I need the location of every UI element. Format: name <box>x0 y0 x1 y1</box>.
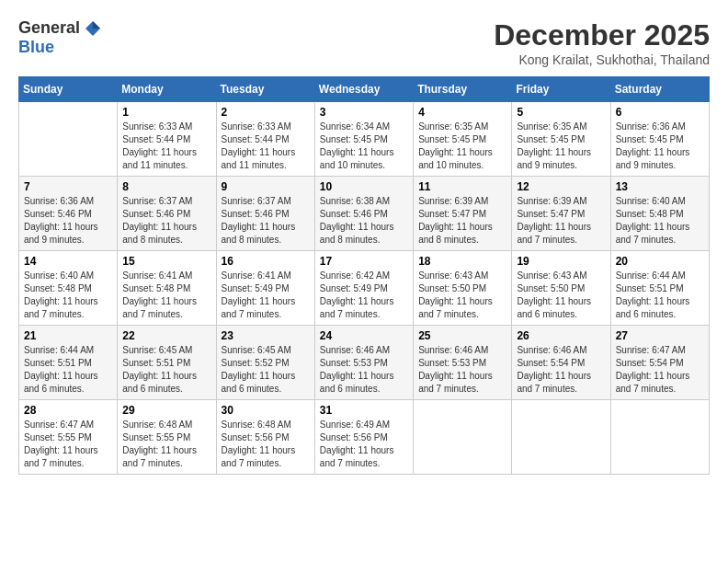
calendar-cell: 18Sunrise: 6:43 AM Sunset: 5:50 PM Dayli… <box>414 251 512 326</box>
calendar: SundayMondayTuesdayWednesdayThursdayFrid… <box>18 76 710 475</box>
day-number: 12 <box>517 180 605 193</box>
calendar-cell: 1Sunrise: 6:33 AM Sunset: 5:44 PM Daylig… <box>118 102 216 177</box>
day-info: Sunrise: 6:35 AM Sunset: 5:45 PM Dayligh… <box>418 121 506 172</box>
calendar-cell: 31Sunrise: 6:49 AM Sunset: 5:56 PM Dayli… <box>314 400 413 475</box>
calendar-cell <box>414 400 512 475</box>
calendar-week-row: 28Sunrise: 6:47 AM Sunset: 5:55 PM Dayli… <box>19 400 710 475</box>
calendar-cell: 23Sunrise: 6:45 AM Sunset: 5:52 PM Dayli… <box>216 326 314 400</box>
calendar-cell: 26Sunrise: 6:46 AM Sunset: 5:54 PM Dayli… <box>512 326 610 400</box>
day-number: 21 <box>24 329 112 342</box>
logo-blue: Blue <box>18 38 54 57</box>
day-number: 10 <box>320 180 408 193</box>
day-info: Sunrise: 6:41 AM Sunset: 5:49 PM Dayligh… <box>222 270 310 321</box>
calendar-cell: 4Sunrise: 6:35 AM Sunset: 5:45 PM Daylig… <box>414 102 512 177</box>
calendar-cell: 24Sunrise: 6:46 AM Sunset: 5:53 PM Dayli… <box>314 326 413 400</box>
calendar-cell: 15Sunrise: 6:41 AM Sunset: 5:48 PM Dayli… <box>118 251 216 326</box>
location: Kong Krailat, Sukhothai, Thailand <box>494 52 710 67</box>
calendar-header-tuesday: Tuesday <box>216 77 314 102</box>
day-number: 31 <box>320 404 408 417</box>
calendar-cell: 30Sunrise: 6:48 AM Sunset: 5:56 PM Dayli… <box>216 400 314 475</box>
calendar-cell: 12Sunrise: 6:39 AM Sunset: 5:47 PM Dayli… <box>512 177 610 251</box>
day-number: 23 <box>222 329 310 342</box>
day-number: 20 <box>616 255 704 268</box>
calendar-cell: 11Sunrise: 6:39 AM Sunset: 5:47 PM Dayli… <box>414 177 512 251</box>
calendar-header-thursday: Thursday <box>414 77 512 102</box>
day-info: Sunrise: 6:43 AM Sunset: 5:50 PM Dayligh… <box>418 270 506 321</box>
day-info: Sunrise: 6:36 AM Sunset: 5:46 PM Dayligh… <box>24 195 112 247</box>
day-info: Sunrise: 6:37 AM Sunset: 5:46 PM Dayligh… <box>222 195 310 247</box>
day-number: 14 <box>24 255 112 268</box>
page-header: General Blue December 2025 Kong Krailat,… <box>18 18 710 67</box>
day-number: 25 <box>418 329 506 342</box>
calendar-cell <box>19 102 118 177</box>
calendar-cell: 27Sunrise: 6:47 AM Sunset: 5:54 PM Dayli… <box>610 326 709 400</box>
calendar-cell: 20Sunrise: 6:44 AM Sunset: 5:51 PM Dayli… <box>610 251 709 326</box>
calendar-cell: 6Sunrise: 6:36 AM Sunset: 5:45 PM Daylig… <box>610 102 709 177</box>
day-info: Sunrise: 6:44 AM Sunset: 5:51 PM Dayligh… <box>24 344 112 396</box>
day-info: Sunrise: 6:33 AM Sunset: 5:44 PM Dayligh… <box>122 121 210 172</box>
day-info: Sunrise: 6:43 AM Sunset: 5:50 PM Dayligh… <box>517 270 605 321</box>
calendar-cell: 17Sunrise: 6:42 AM Sunset: 5:49 PM Dayli… <box>314 251 413 326</box>
calendar-cell: 2Sunrise: 6:33 AM Sunset: 5:44 PM Daylig… <box>216 102 314 177</box>
calendar-cell: 5Sunrise: 6:35 AM Sunset: 5:45 PM Daylig… <box>512 102 610 177</box>
calendar-cell <box>512 400 610 475</box>
calendar-cell: 13Sunrise: 6:40 AM Sunset: 5:48 PM Dayli… <box>610 177 709 251</box>
day-number: 1 <box>122 106 210 119</box>
calendar-week-row: 21Sunrise: 6:44 AM Sunset: 5:51 PM Dayli… <box>19 326 710 400</box>
day-info: Sunrise: 6:45 AM Sunset: 5:52 PM Dayligh… <box>222 344 310 396</box>
day-number: 6 <box>616 106 704 119</box>
day-number: 15 <box>122 255 210 268</box>
day-number: 4 <box>418 106 506 119</box>
logo: General Blue <box>18 18 102 57</box>
day-number: 29 <box>122 404 210 417</box>
svg-marker-1 <box>93 21 100 29</box>
calendar-cell: 3Sunrise: 6:34 AM Sunset: 5:45 PM Daylig… <box>314 102 413 177</box>
calendar-cell: 19Sunrise: 6:43 AM Sunset: 5:50 PM Dayli… <box>512 251 610 326</box>
day-info: Sunrise: 6:46 AM Sunset: 5:53 PM Dayligh… <box>418 344 506 396</box>
day-info: Sunrise: 6:33 AM Sunset: 5:44 PM Dayligh… <box>222 121 310 172</box>
day-number: 9 <box>222 180 310 193</box>
day-info: Sunrise: 6:35 AM Sunset: 5:45 PM Dayligh… <box>517 121 605 172</box>
calendar-cell: 16Sunrise: 6:41 AM Sunset: 5:49 PM Dayli… <box>216 251 314 326</box>
day-info: Sunrise: 6:48 AM Sunset: 5:55 PM Dayligh… <box>122 419 210 470</box>
calendar-header-friday: Friday <box>512 77 610 102</box>
day-number: 24 <box>320 329 408 342</box>
day-info: Sunrise: 6:42 AM Sunset: 5:49 PM Dayligh… <box>320 270 408 321</box>
day-number: 16 <box>222 255 310 268</box>
calendar-cell: 28Sunrise: 6:47 AM Sunset: 5:55 PM Dayli… <box>19 400 118 475</box>
day-info: Sunrise: 6:45 AM Sunset: 5:51 PM Dayligh… <box>122 344 210 396</box>
calendar-cell: 29Sunrise: 6:48 AM Sunset: 5:55 PM Dayli… <box>118 400 216 475</box>
calendar-cell <box>610 400 709 475</box>
calendar-cell: 14Sunrise: 6:40 AM Sunset: 5:48 PM Dayli… <box>19 251 118 326</box>
day-number: 27 <box>616 329 704 342</box>
day-info: Sunrise: 6:46 AM Sunset: 5:54 PM Dayligh… <box>517 344 605 396</box>
calendar-header-monday: Monday <box>118 77 216 102</box>
day-info: Sunrise: 6:40 AM Sunset: 5:48 PM Dayligh… <box>24 270 112 321</box>
day-info: Sunrise: 6:34 AM Sunset: 5:45 PM Dayligh… <box>320 121 408 172</box>
day-number: 2 <box>222 106 310 119</box>
title-section: December 2025 Kong Krailat, Sukhothai, T… <box>494 18 710 67</box>
calendar-cell: 21Sunrise: 6:44 AM Sunset: 5:51 PM Dayli… <box>19 326 118 400</box>
calendar-cell: 25Sunrise: 6:46 AM Sunset: 5:53 PM Dayli… <box>414 326 512 400</box>
calendar-cell: 7Sunrise: 6:36 AM Sunset: 5:46 PM Daylig… <box>19 177 118 251</box>
calendar-cell: 22Sunrise: 6:45 AM Sunset: 5:51 PM Dayli… <box>118 326 216 400</box>
day-info: Sunrise: 6:39 AM Sunset: 5:47 PM Dayligh… <box>418 195 506 247</box>
day-info: Sunrise: 6:40 AM Sunset: 5:48 PM Dayligh… <box>616 195 704 247</box>
calendar-week-row: 7Sunrise: 6:36 AM Sunset: 5:46 PM Daylig… <box>19 177 710 251</box>
day-info: Sunrise: 6:46 AM Sunset: 5:53 PM Dayligh… <box>320 344 408 396</box>
day-info: Sunrise: 6:38 AM Sunset: 5:46 PM Dayligh… <box>320 195 408 247</box>
day-info: Sunrise: 6:36 AM Sunset: 5:45 PM Dayligh… <box>616 121 704 172</box>
day-info: Sunrise: 6:44 AM Sunset: 5:51 PM Dayligh… <box>616 270 704 321</box>
day-info: Sunrise: 6:49 AM Sunset: 5:56 PM Dayligh… <box>320 419 408 470</box>
day-info: Sunrise: 6:39 AM Sunset: 5:47 PM Dayligh… <box>517 195 605 247</box>
day-info: Sunrise: 6:37 AM Sunset: 5:46 PM Dayligh… <box>122 195 210 247</box>
calendar-header-row: SundayMondayTuesdayWednesdayThursdayFrid… <box>19 77 710 102</box>
day-info: Sunrise: 6:47 AM Sunset: 5:54 PM Dayligh… <box>616 344 704 396</box>
day-number: 5 <box>517 106 605 119</box>
day-number: 13 <box>616 180 704 193</box>
calendar-week-row: 1Sunrise: 6:33 AM Sunset: 5:44 PM Daylig… <box>19 102 710 177</box>
day-info: Sunrise: 6:48 AM Sunset: 5:56 PM Dayligh… <box>222 419 310 470</box>
month-title: December 2025 <box>494 18 710 52</box>
calendar-header-saturday: Saturday <box>610 77 709 102</box>
day-number: 28 <box>24 404 112 417</box>
